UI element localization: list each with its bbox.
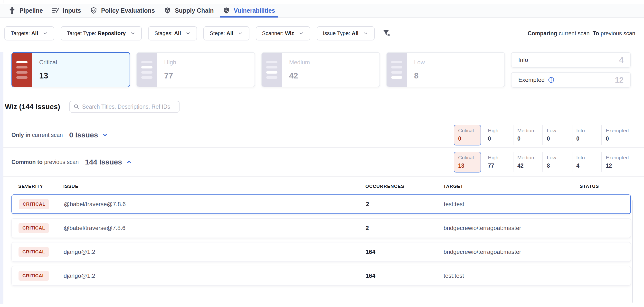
severity-cell: CRITICAL xyxy=(19,199,64,209)
info-icon[interactable] xyxy=(548,77,554,83)
severity-chip[interactable]: Info 4 xyxy=(572,152,602,172)
table-row[interactable]: CRITICAL django@1.2 164 test:test xyxy=(12,266,631,286)
table-row[interactable]: CRITICAL @babel/traverse@7.8.6 2 bridgec… xyxy=(12,218,631,238)
table-row[interactable]: CRITICAL @babel/traverse@7.8.6 2 test:te… xyxy=(12,194,631,214)
severity-chip[interactable]: Low 0 xyxy=(542,125,572,145)
search-input[interactable] xyxy=(82,104,176,110)
side-card-label: Info xyxy=(518,56,528,63)
severity-chip[interactable]: Info 0 xyxy=(572,125,602,145)
section-issue-count-toggle[interactable]: 0 Issues xyxy=(69,131,108,139)
tab-supply-chain[interactable]: Supply Chain xyxy=(164,4,214,17)
severity-card[interactable]: Medium 42 xyxy=(261,52,380,87)
severity-chip[interactable]: Critical 0 xyxy=(454,125,481,146)
severity-card[interactable]: High 77 xyxy=(136,52,255,87)
section-issue-count-toggle[interactable]: 144 Issues xyxy=(85,158,132,166)
comparison-section: Only in current scan 0 Issues Critical 0 xyxy=(0,123,644,147)
filter-text: Targets: All xyxy=(11,30,38,36)
clear-filters-icon[interactable] xyxy=(382,28,391,38)
severity-chip[interactable]: High 77 xyxy=(484,152,513,172)
tab-label: Supply Chain xyxy=(175,7,214,14)
chevron-down-icon xyxy=(185,31,191,36)
chip-count: 77 xyxy=(488,162,513,169)
chip-count: 0 xyxy=(458,136,480,142)
severity-card[interactable]: Critical 13 xyxy=(12,52,130,87)
filter-dropdown[interactable]: Target Type: Repository xyxy=(61,26,142,40)
tab-pipeline[interactable]: Pipeline xyxy=(8,4,43,17)
severity-card-label: High xyxy=(164,59,176,66)
severity-card-count: 8 xyxy=(414,71,425,80)
scanner-heading: Wiz (144 Issues) xyxy=(5,103,60,111)
severity-card[interactable]: Low 8 xyxy=(386,52,505,87)
issue-cell: django@1.2 xyxy=(64,248,366,255)
shield-check-icon xyxy=(90,7,98,14)
chevron-down-icon xyxy=(363,31,368,36)
severity-chip[interactable]: Medium 42 xyxy=(513,152,542,172)
severity-level-icon xyxy=(137,53,157,87)
occurrences-cell: 2 xyxy=(366,201,444,208)
severity-level-icon xyxy=(262,53,282,87)
severity-chip[interactable]: Exempted 12 xyxy=(602,152,631,172)
search-box xyxy=(70,101,180,112)
chevron-down-icon xyxy=(238,31,243,36)
chip-count: 0 xyxy=(576,136,602,142)
filter-dropdown[interactable]: Scanner: Wiz xyxy=(256,26,310,40)
filter-value: All xyxy=(226,30,233,36)
filter-text: Issue Type: All xyxy=(323,30,358,36)
side-card-list: Info 4 Exempted xyxy=(511,52,631,88)
filter-dropdown[interactable]: Steps: All xyxy=(204,26,250,40)
filter-label: Scanner: xyxy=(262,30,284,36)
severity-level-icon xyxy=(387,53,407,87)
search-icon xyxy=(73,104,80,110)
table-row[interactable]: CRITICAL django@1.2 164 bridgecrewio/ter… xyxy=(12,242,631,262)
chip-label: Medium xyxy=(517,128,542,134)
filter-label: Targets: xyxy=(11,30,30,36)
occurrences-cell: 164 xyxy=(366,272,444,279)
section-label-rest: previous scan xyxy=(44,159,79,165)
vulnerabilities-icon xyxy=(222,7,230,14)
chip-label: High xyxy=(488,128,513,134)
tab-bar: Pipeline Inputs Policy Evaluations Suppl… xyxy=(0,4,644,18)
target-cell: test:test xyxy=(444,272,580,279)
filter-text: Target Type: Repository xyxy=(67,30,126,36)
supply-chain-icon xyxy=(164,7,171,14)
chip-label: Low xyxy=(547,155,572,160)
comparison-section: Common to previous scan 144 Issues Criti… xyxy=(0,147,644,177)
chip-label: Exempted xyxy=(606,128,631,134)
filter-value: All xyxy=(352,30,358,36)
side-card-count: 4 xyxy=(619,56,624,64)
filter-value: All xyxy=(174,30,181,36)
page-left-margin xyxy=(0,52,4,304)
side-card-label-wrap: Info xyxy=(518,56,528,63)
table-header-cell: ISSUE xyxy=(63,184,365,189)
section-label-bold: Only in xyxy=(12,132,30,138)
severity-card-meta: Medium 42 xyxy=(282,53,310,87)
severity-badge: CRITICAL xyxy=(18,223,49,233)
filter-dropdown[interactable]: Stages: All xyxy=(148,26,197,40)
severity-chip[interactable]: Low 8 xyxy=(542,152,572,172)
comparing-base: current scan xyxy=(559,30,590,36)
severity-chip-bar: Critical 0 High 0 Medium 0 Low 0 Info 0 xyxy=(454,125,631,146)
severity-chip[interactable]: Medium 0 xyxy=(513,125,542,145)
issues-table: CRITICAL @babel/traverse@7.8.6 2 test:te… xyxy=(0,189,644,286)
side-card[interactable]: Exempted 12 xyxy=(511,72,631,88)
side-card[interactable]: Info 4 xyxy=(511,52,631,68)
issue-cell: @babel/traverse@7.8.6 xyxy=(64,225,366,232)
severity-chip[interactable]: Critical 13 xyxy=(454,152,481,172)
filter-label: Target Type: xyxy=(67,30,96,36)
tab-inputs[interactable]: Inputs xyxy=(52,4,81,17)
filter-dropdown[interactable]: Issue Type: All xyxy=(317,26,374,40)
tab-label: Policy Evaluations xyxy=(101,7,155,14)
tab-vulnerabilities[interactable]: Vulnerabilities xyxy=(222,4,275,17)
filter-dropdown[interactable]: Targets: All xyxy=(4,26,54,40)
filter-text: Stages: All xyxy=(154,30,181,36)
table-scrollbar-track[interactable] xyxy=(632,200,633,302)
tab-policy-evaluations[interactable]: Policy Evaluations xyxy=(90,4,155,17)
severity-chip[interactable]: High 0 xyxy=(484,125,513,145)
table-header-cell: SEVERITY xyxy=(18,184,63,189)
severity-badge: CRITICAL xyxy=(19,199,49,209)
chip-label: Low xyxy=(547,128,572,134)
chip-label: Info xyxy=(576,155,602,160)
section-issue-count: 144 Issues xyxy=(85,158,122,166)
severity-chip[interactable]: Exempted 0 xyxy=(602,125,631,145)
chevron-toggle-icon xyxy=(126,159,132,165)
